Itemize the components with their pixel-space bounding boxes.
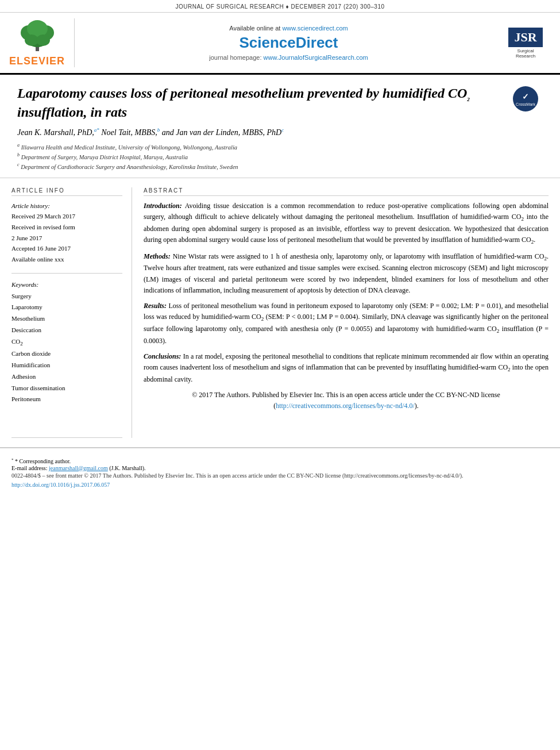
abstract-results: Results: Loss of peritoneal mesothelium … <box>144 301 549 347</box>
copyright-notice: © 2017 The Authors. Published by Elsevie… <box>144 390 549 411</box>
crossmark-logo: ✓ CrossMark <box>508 86 543 111</box>
crossmark-label: CrossMark <box>516 102 535 106</box>
journal-homepage-line: journal homepage: www.JournalofSurgicalR… <box>209 54 368 61</box>
article-header: Laparotomy causes loss of peritoneal mes… <box>0 75 560 178</box>
article-history: Article history: Received 29 March 2017 … <box>11 201 122 265</box>
email-author: (J.K. Marshall). <box>109 465 145 471</box>
elsevier-wordmark: ELSEVIER <box>9 55 65 67</box>
history-label: Article history: <box>11 201 122 211</box>
jsr-logo: JSR SurgicalResearch <box>503 18 549 67</box>
keyword-tumor-dissemination: Tumor dissemination <box>11 383 122 394</box>
jsr-full-name: SurgicalResearch <box>516 48 535 59</box>
abstract-introduction: Introduction: Avoiding tissue desiccatio… <box>144 201 549 247</box>
footer-area: * * Corresponding author. E-mail address… <box>0 448 560 495</box>
right-column: ABSTRACT Introduction: Avoiding tissue d… <box>144 187 549 438</box>
body-area: ARTICLE INFO Article history: Received 2… <box>0 178 560 448</box>
sciencedirect-brand: ScienceDirect <box>240 34 338 52</box>
crossmark-icon: ✓ CrossMark <box>513 86 538 111</box>
sciencedirect-url[interactable]: www.sciencedirect.com <box>282 25 347 32</box>
journal-header: ELSEVIER Available online at www.science… <box>0 13 560 75</box>
svg-point-6 <box>36 34 50 46</box>
keyword-mesothelium: Mesothelium <box>11 313 122 325</box>
available-online-status: Available online xxx <box>11 254 122 265</box>
elsevier-logo: ELSEVIER <box>6 18 75 67</box>
keyword-laparotomy: Laparotomy <box>11 302 122 313</box>
issn-line: 0022-4804/$ – see front matter © 2017 Th… <box>11 471 549 490</box>
available-online-text: Available online at www.sciencedirect.co… <box>229 25 347 32</box>
email-label: E-mail address: <box>11 465 49 471</box>
doi-link[interactable]: http://dx.doi.org/10.1016/j.jss.2017.06.… <box>11 482 110 488</box>
conclusions-label: Conclusions: <box>144 352 181 360</box>
journal-banner: JOURNAL OF SURGICAL RESEARCH ♦ DECEMBER … <box>0 0 560 13</box>
corresponding-author: * * Corresponding author. E-mail address… <box>11 457 549 471</box>
elsevier-tree-icon <box>11 18 63 53</box>
abstract-methods: Methods: Nine Wistar rats were assigned … <box>144 251 549 296</box>
title-row: Laparotomy causes loss of peritoneal mes… <box>17 84 543 121</box>
header-center: Available online at www.sciencedirect.co… <box>80 18 497 67</box>
affiliations: a Illawarra Health and Medical Institute… <box>17 142 543 172</box>
revised-date: 2 June 2017 <box>11 233 122 244</box>
results-text: Loss of peritoneal mesothelium was found… <box>144 302 549 345</box>
email-link[interactable]: jeanmarshall@gmail.com <box>49 465 108 471</box>
keywords-section: Keywords: Surgery Laparotomy Mesothelium… <box>11 279 122 405</box>
keyword-peritoneum: Peritoneum <box>11 394 122 405</box>
conclusions-text: In a rat model, exposing the peritoneal … <box>144 352 549 383</box>
keyword-carbon-dioxide: Carbon dioxide <box>11 348 122 360</box>
jsr-abbreviation: JSR <box>508 28 542 47</box>
article-info-heading: ARTICLE INFO <box>11 187 122 196</box>
article-title: Laparotomy causes loss of peritoneal mes… <box>17 84 503 121</box>
received-1: Received 29 March 2017 <box>11 211 122 222</box>
methods-text: Nine Wistar rats were assigned to 1 h of… <box>144 252 549 294</box>
license-link[interactable]: http://creativecommons.org/licenses/by-n… <box>276 402 415 410</box>
banner-text: JOURNAL OF SURGICAL RESEARCH ♦ DECEMBER … <box>175 3 384 10</box>
keywords-label: Keywords: <box>11 279 122 291</box>
intro-label: Introduction: <box>144 202 182 210</box>
left-column: ARTICLE INFO Article history: Received 2… <box>11 187 132 438</box>
keyword-surgery: Surgery <box>11 291 122 302</box>
keyword-desiccation: Desiccation <box>11 325 122 336</box>
methods-label: Methods: <box>144 252 171 260</box>
affiliation-b: b Department of Surgery, Maruya District… <box>17 152 543 161</box>
abstract-heading: ABSTRACT <box>144 187 549 196</box>
abstract-conclusions: Conclusions: In a rat model, exposing th… <box>144 351 549 385</box>
abstract-body: Introduction: Avoiding tissue desiccatio… <box>144 201 549 412</box>
keyword-humidification: Humidification <box>11 360 122 371</box>
keyword-co2: CO2 <box>11 336 122 348</box>
accepted-date: Accepted 16 June 2017 <box>11 243 122 254</box>
affiliation-a: a Illawarra Health and Medical Institute… <box>17 142 543 152</box>
keywords-list: Surgery Laparotomy Mesothelium Desiccati… <box>11 291 122 406</box>
authors-line: Jean K. Marshall, PhD,a* Noel Tait, MBBS… <box>17 127 543 137</box>
revised-label: Received in revised form <box>11 222 122 233</box>
keyword-adhesion: Adhesion <box>11 371 122 383</box>
results-label: Results: <box>144 302 167 310</box>
affiliation-c: c Department of Cardiothoracic Surgery a… <box>17 161 543 171</box>
intro-text: Avoiding tissue desiccation is a common … <box>144 202 549 244</box>
